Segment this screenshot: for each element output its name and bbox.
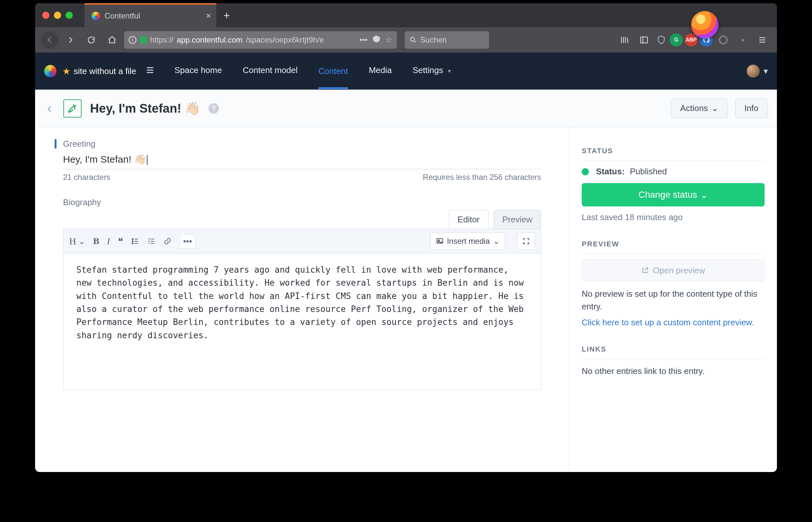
contentful-logo-icon[interactable] bbox=[44, 65, 57, 77]
status-value: Published bbox=[630, 166, 667, 177]
actions-button[interactable]: Actions ⌄ bbox=[671, 99, 728, 118]
svg-point-3 bbox=[132, 239, 133, 240]
preview-heading: PREVIEW bbox=[582, 240, 765, 248]
fullscreen-button[interactable] bbox=[517, 233, 535, 250]
status-dot-icon bbox=[582, 168, 589, 175]
search-placeholder: Suchen bbox=[420, 35, 447, 44]
greeting-input[interactable]: Hey, I'm Stefan! 👋🏻 bbox=[63, 149, 541, 169]
change-status-button[interactable]: Change status ⌄ bbox=[582, 183, 765, 206]
svg-point-4 bbox=[132, 241, 133, 242]
nav-forward-button[interactable] bbox=[62, 31, 79, 49]
svg-point-2 bbox=[719, 36, 727, 43]
preview-note: No preview is set up for the content typ… bbox=[582, 288, 765, 313]
open-preview-label: Open preview bbox=[653, 265, 705, 276]
page-action-dots-icon[interactable]: ••• bbox=[360, 35, 368, 44]
markdown-textarea[interactable]: Stefan started programming 7 years ago a… bbox=[63, 254, 541, 390]
chevron-down-icon: ⌄ bbox=[711, 103, 718, 113]
image-icon bbox=[436, 237, 444, 245]
links-note: No other entries link to this entry. bbox=[582, 365, 765, 378]
heading-button[interactable]: H⌄ bbox=[69, 236, 85, 247]
user-menu[interactable]: ▾ bbox=[747, 65, 768, 78]
text-caret bbox=[147, 155, 147, 165]
quote-button[interactable]: ❝ bbox=[118, 236, 123, 247]
url-path: /spaces/oepx6krtjt9h/e bbox=[246, 35, 324, 44]
open-preview-button[interactable]: Open preview bbox=[582, 260, 765, 281]
italic-button[interactable]: I bbox=[107, 236, 110, 246]
ol-button[interactable] bbox=[147, 237, 156, 245]
nav-home-button[interactable] bbox=[103, 31, 121, 49]
new-tab-button[interactable]: + bbox=[223, 9, 230, 22]
help-icon[interactable]: ? bbox=[209, 103, 219, 114]
tab-editor[interactable]: Editor bbox=[449, 210, 489, 229]
browser-navbar: i https:// app.contentful.com /spaces/oe… bbox=[35, 27, 777, 53]
space-switcher[interactable]: ★ site without a file bbox=[62, 66, 136, 77]
site-info-icon[interactable]: i bbox=[128, 36, 136, 44]
bookmark-star-icon[interactable]: ☆ bbox=[385, 35, 392, 44]
field-active-indicator bbox=[55, 139, 57, 149]
pocket-icon[interactable] bbox=[372, 35, 381, 45]
link-button[interactable] bbox=[163, 237, 172, 245]
entry-sidebar: STATUS Status: Published Change status ⌄… bbox=[569, 127, 777, 472]
field-biography: Biography Editor Preview H⌄ B I ❝ bbox=[63, 197, 541, 390]
chevron-down-icon: ▾ bbox=[448, 68, 451, 74]
info-label: Info bbox=[745, 103, 758, 113]
navbar-right: G ABP » bbox=[616, 31, 771, 49]
sidebar-icon[interactable] bbox=[635, 31, 653, 49]
links-heading: LINKS bbox=[582, 345, 765, 354]
status-row: Status: Published bbox=[582, 166, 765, 177]
hamburger-menu-icon[interactable] bbox=[754, 31, 771, 49]
bold-button[interactable]: B bbox=[93, 236, 99, 246]
browser-search-bar[interactable]: Suchen bbox=[405, 31, 489, 49]
ext-grammarly-icon[interactable]: G bbox=[670, 34, 683, 46]
status-label: Status: bbox=[596, 166, 625, 177]
firefox-logo-icon bbox=[691, 11, 718, 38]
browser-tabstrip: Contentful × + bbox=[35, 3, 777, 27]
nav-reload-button[interactable] bbox=[82, 31, 100, 49]
chevron-down-icon: ⌄ bbox=[78, 236, 85, 246]
search-icon bbox=[409, 36, 417, 44]
tab-preview[interactable]: Preview bbox=[494, 210, 541, 229]
char-count: 21 characters bbox=[63, 173, 110, 182]
nav-content-model[interactable]: Content model bbox=[243, 65, 298, 77]
ul-button[interactable] bbox=[131, 237, 139, 245]
lock-icon bbox=[140, 36, 147, 43]
insert-media-button[interactable]: Insert media ⌄ bbox=[430, 233, 505, 250]
tab-favicon bbox=[92, 12, 100, 20]
nav-settings-label: Settings bbox=[413, 65, 443, 75]
maximize-window-icon[interactable] bbox=[66, 12, 73, 19]
setup-preview-link[interactable]: Click here to set up a custom content pr… bbox=[582, 318, 754, 327]
info-button[interactable]: Info bbox=[735, 99, 768, 118]
markdown-toolbar: H⌄ B I ❝ ••• bbox=[63, 229, 541, 254]
url-host: app.contentful.com bbox=[177, 35, 243, 44]
nav-media[interactable]: Media bbox=[369, 65, 392, 77]
nav-back-button[interactable] bbox=[41, 31, 58, 49]
minimize-window-icon[interactable] bbox=[54, 12, 61, 19]
nav-settings[interactable]: Settings ▾ bbox=[413, 65, 451, 77]
greeting-value: Hey, I'm Stefan! 👋🏻 bbox=[63, 154, 146, 165]
back-button[interactable]: ‹ bbox=[44, 101, 55, 116]
nav-space-home[interactable]: Space home bbox=[174, 65, 222, 77]
content-type-icon bbox=[63, 99, 81, 118]
last-saved: Last saved 18 minutes ago bbox=[582, 212, 765, 222]
window-controls bbox=[42, 12, 73, 19]
browser-tab[interactable]: Contentful × bbox=[84, 3, 216, 27]
profile-icon[interactable] bbox=[715, 31, 732, 49]
char-requirement: Requires less than 256 characters bbox=[423, 173, 541, 182]
ext-adblock-icon[interactable]: ABP bbox=[685, 34, 698, 46]
external-link-icon bbox=[641, 266, 649, 274]
tracking-shield-icon[interactable] bbox=[655, 34, 668, 46]
chevron-down-icon: ⌄ bbox=[493, 237, 499, 246]
close-tab-icon[interactable]: × bbox=[206, 11, 211, 21]
close-window-icon[interactable] bbox=[42, 12, 49, 19]
star-icon: ★ bbox=[62, 66, 71, 77]
library-icon[interactable] bbox=[616, 31, 633, 49]
overflow-icon[interactable]: » bbox=[734, 31, 752, 49]
nav-content[interactable]: Content bbox=[318, 66, 348, 89]
entry-title: Hey, I'm Stefan! 👋🏻 bbox=[90, 101, 200, 116]
more-button[interactable]: ••• bbox=[180, 234, 196, 249]
primary-nav: Space home Content model Content Media S… bbox=[174, 65, 451, 77]
space-menu-icon[interactable] bbox=[145, 65, 155, 77]
browser-window: Contentful × + i https:// app. bbox=[35, 3, 777, 472]
markdown-tabs: Editor Preview bbox=[63, 210, 541, 229]
url-bar[interactable]: i https:// app.contentful.com /spaces/oe… bbox=[124, 31, 397, 49]
